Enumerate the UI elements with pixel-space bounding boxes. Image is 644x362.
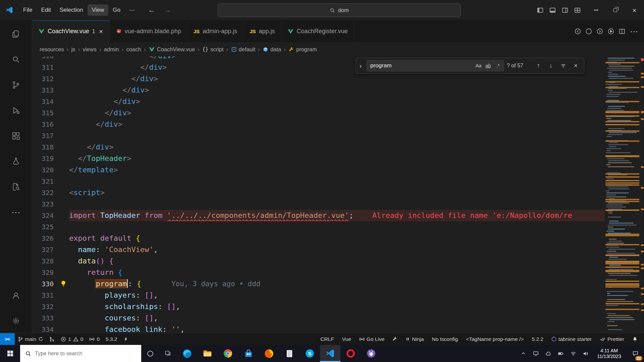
status-tool[interactable]: [389, 333, 400, 345]
go-back-icon[interactable]: ←: [148, 6, 155, 14]
taskbar-search[interactable]: [20, 345, 141, 362]
taskbar-app-edge[interactable]: [177, 345, 197, 362]
record-icon[interactable]: [584, 27, 593, 36]
status-tag-wrap[interactable]: <TagName prop-name />: [463, 333, 527, 345]
layout-sidebar-right-icon[interactable]: [560, 6, 570, 15]
breadcrumb-admin[interactable]: admin: [104, 46, 119, 53]
code-line-334[interactable]: 334 facebook_link: '',: [32, 324, 605, 333]
find-input[interactable]: program Aaab.*: [367, 60, 504, 71]
menu-file[interactable]: File: [19, 4, 37, 16]
breadcrumb-js[interactable]: js: [71, 46, 75, 53]
status-go-live[interactable]: Go Live: [356, 333, 387, 345]
activity-search[interactable]: [7, 51, 25, 68]
tab-app-js[interactable]: JSapp.js: [244, 20, 281, 42]
command-center-search[interactable]: dom: [218, 3, 461, 17]
task-view-button[interactable]: [159, 345, 177, 362]
use-regex-toggle[interactable]: .*: [493, 61, 502, 70]
activity-file-search[interactable]: [7, 178, 25, 195]
code-line-330[interactable]: 330 program: {You, 3 days ago • ddd: [32, 278, 605, 290]
code-line-325[interactable]: 325: [32, 221, 605, 233]
menu-go[interactable]: Go: [108, 4, 125, 16]
tray-volume[interactable]: [579, 345, 592, 362]
activity-extensions[interactable]: [7, 127, 25, 144]
menu-edit[interactable]: Edit: [37, 4, 55, 16]
action-center-button[interactable]: 22: [627, 345, 644, 362]
layout-panel-icon[interactable]: [548, 6, 557, 15]
status-tabnine[interactable]: tabnine starter: [548, 333, 595, 345]
tab-vue-admin-blade-php[interactable]: vue-admin.blade.php: [110, 20, 187, 42]
code-line-321[interactable]: 321: [32, 176, 605, 187]
breadcrumb-script[interactable]: {}script: [202, 46, 223, 53]
breadcrumb-resources[interactable]: resources: [40, 46, 64, 53]
next-match-icon[interactable]: ↓: [546, 61, 556, 71]
status-eol-selector[interactable]: CRLF: [317, 333, 337, 345]
whole-word-toggle[interactable]: ab: [484, 61, 493, 70]
taskbar-app-firefox[interactable]: [259, 345, 279, 362]
breadcrumb-default[interactable]: default: [231, 46, 256, 53]
minimize-button[interactable]: [587, 0, 606, 20]
taskbar-app-opera[interactable]: [340, 345, 361, 362]
tab-coachregister-vue[interactable]: CoachRegister.vue: [281, 20, 354, 42]
activity-testing[interactable]: [7, 153, 25, 170]
status-problems[interactable]: 10: [58, 333, 86, 345]
close-find-icon[interactable]: ×: [571, 61, 581, 71]
taskbar-app-chrome[interactable]: [218, 345, 238, 362]
code-line-312[interactable]: 312 </div>: [32, 73, 605, 84]
code-line-329[interactable]: 329 return {: [32, 267, 605, 278]
taskbar-app-store[interactable]: [238, 345, 259, 362]
activity-source-control[interactable]: [7, 76, 25, 94]
run-profile-icon[interactable]: [606, 27, 615, 36]
tab-coachview-vue[interactable]: CoachView.vue1: [32, 20, 110, 42]
match-case-toggle[interactable]: Aa: [474, 61, 483, 70]
taskbar-clock[interactable]: 4:11 AM 11/13/2023: [592, 345, 627, 362]
taskbar-app-github-desktop[interactable]: [361, 345, 381, 362]
status-remote-indicator[interactable]: ><: [0, 333, 15, 345]
status-git-graph[interactable]: [46, 333, 58, 345]
close-icon[interactable]: [98, 29, 104, 34]
status-prettier[interactable]: Prettier: [597, 333, 627, 345]
menu-selection[interactable]: Selection: [55, 4, 88, 16]
code-line-327[interactable]: 327 name: 'CoachView',: [32, 244, 605, 255]
code-line-315[interactable]: 315 </div>: [32, 107, 605, 119]
toggle-replace-icon[interactable]: ›: [357, 62, 364, 70]
layout-sidebar-left-icon[interactable]: [536, 6, 545, 15]
activity-run-debug[interactable]: [7, 102, 25, 119]
editor[interactable]: 310 </div>311 </div>312 </div>313 </div>…: [32, 56, 644, 333]
breadcrumb-program[interactable]: program: [288, 46, 317, 53]
breadcrumb-data[interactable]: data: [263, 46, 281, 53]
status-language-mode[interactable]: Vue: [339, 333, 354, 345]
activity-more[interactable]: ⋯: [7, 203, 25, 221]
taskbar-app-skype[interactable]: S: [300, 345, 320, 362]
breadcrumb-views[interactable]: views: [83, 46, 96, 53]
go-forward-icon[interactable]: →: [164, 6, 171, 14]
code-line-313[interactable]: 313 </div>: [32, 84, 605, 96]
menu-item[interactable]: ⋯: [125, 4, 139, 16]
status-version-5-2-2[interactable]: 5.2.2: [529, 333, 546, 345]
status-ports[interactable]: 0: [86, 333, 103, 345]
status-thunder-client[interactable]: [120, 333, 131, 345]
cortana-button[interactable]: [141, 345, 159, 362]
breadcrumb-coachview-vue[interactable]: CoachView.vue: [149, 46, 195, 53]
tray-monitor[interactable]: [530, 345, 542, 362]
code-line-324[interactable]: 324import TopHeader from '../../../compo…: [32, 210, 605, 221]
code-line-326[interactable]: 326export default {: [32, 233, 605, 244]
code-line-323[interactable]: 323: [32, 198, 605, 210]
code-line-319[interactable]: 319 </TopHeader>: [32, 153, 605, 164]
restore-button[interactable]: [606, 0, 625, 20]
activity-account[interactable]: [7, 287, 25, 304]
status-version-5-3-2[interactable]: 5.3.2: [103, 333, 120, 345]
code-line-320[interactable]: 320</template>: [32, 164, 605, 176]
find-in-selection-icon[interactable]: [558, 61, 568, 71]
start-button[interactable]: [0, 345, 20, 362]
lightbulb-icon[interactable]: [60, 280, 67, 287]
status-tsconfig[interactable]: No tsconfig: [429, 333, 461, 345]
taskbar-app-file-explorer[interactable]: [197, 345, 218, 362]
taskbar-app-vscode[interactable]: [320, 345, 340, 362]
more-actions-icon[interactable]: ⋯: [629, 25, 639, 38]
tray-chevron-up[interactable]: [517, 345, 530, 362]
find-query[interactable]: program: [370, 62, 474, 69]
menu-view[interactable]: View: [88, 4, 109, 16]
code-line-333[interactable]: 333 courses: [],: [32, 312, 605, 324]
close-button[interactable]: ×: [625, 0, 644, 20]
code-line-331[interactable]: 331 players: [],: [32, 290, 605, 301]
